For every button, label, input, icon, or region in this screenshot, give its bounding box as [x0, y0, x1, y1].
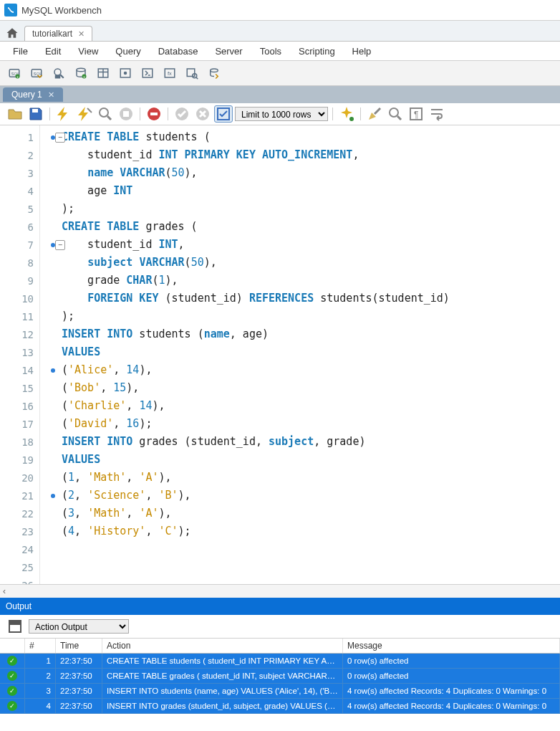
svg-rect-8 [55, 75, 61, 79]
save-icon[interactable] [26, 105, 45, 123]
fold-icon[interactable]: − [55, 240, 65, 250]
commit-icon[interactable] [173, 105, 191, 123]
beautify-icon[interactable] [337, 105, 356, 123]
svg-line-22 [196, 77, 198, 79]
output-row[interactable]: ✓122:37:50CREATE TABLE students ( studen… [0, 654, 560, 669]
reconnect-icon[interactable] [204, 63, 224, 83]
svg-point-9 [77, 68, 85, 72]
execute-icon[interactable] [54, 105, 73, 123]
table-icon[interactable] [93, 63, 113, 83]
search-table-icon[interactable] [182, 63, 202, 83]
editor-scrollbar[interactable]: ‹ [0, 584, 560, 598]
menu-query[interactable]: Query [108, 44, 148, 59]
svg-line-27 [107, 116, 111, 120]
svg-line-25 [87, 108, 92, 113]
menu-edit[interactable]: Edit [38, 44, 68, 59]
app-title: MySQL Workbench [21, 5, 102, 16]
menu-scripting[interactable]: Scripting [291, 44, 342, 59]
output-row[interactable]: ✓222:37:50CREATE TABLE grades ( student_… [0, 669, 560, 684]
svg-rect-31 [150, 113, 158, 115]
rollback-icon[interactable] [193, 105, 212, 123]
menu-tools[interactable]: Tools [253, 44, 289, 59]
home-icon[interactable] [3, 25, 21, 41]
autocommit-icon[interactable] [214, 105, 233, 123]
inspector-icon[interactable] [49, 63, 69, 83]
connection-tab[interactable]: tutorialkart ✕ [24, 26, 92, 41]
svg-text:+: + [16, 75, 19, 79]
close-icon[interactable]: ✕ [78, 29, 85, 39]
line-gutter: 1−234567−8910111213141516171819202122232… [0, 125, 40, 584]
success-icon: ✓ [7, 656, 17, 666]
success-icon: ✓ [7, 701, 17, 711]
menu-database[interactable]: Database [151, 44, 206, 59]
menu-bar: FileEditViewQueryDatabaseServerToolsScri… [0, 42, 560, 61]
connection-tabs: tutorialkart ✕ [0, 21, 560, 42]
output-type-select[interactable]: Action Output [29, 619, 129, 634]
svg-rect-29 [123, 111, 129, 117]
output-header: Output [0, 598, 560, 615]
svg-point-39 [390, 108, 398, 117]
svg-rect-24 [32, 109, 38, 113]
fold-icon[interactable]: − [55, 133, 65, 143]
new-sql-tab-icon[interactable]: SQL+ [4, 63, 24, 83]
output-row[interactable]: ✓422:37:50INSERT INTO grades (student_id… [0, 699, 560, 714]
main-toolbar: SQL+ SQL + fx [0, 61, 560, 86]
open-sql-icon[interactable]: SQL [26, 63, 47, 83]
procedure-icon[interactable] [137, 63, 158, 83]
success-icon: ✓ [7, 671, 17, 681]
output-grid: #TimeActionMessage ✓122:37:50CREATE TABL… [0, 639, 560, 714]
execute-current-icon[interactable] [75, 105, 94, 123]
sql-editor[interactable]: 1−234567−8910111213141516171819202122232… [0, 125, 560, 584]
svg-line-7 [60, 75, 64, 78]
menu-server[interactable]: Server [208, 44, 249, 59]
close-icon[interactable]: ✕ [48, 90, 54, 100]
editor-toolbar: Limit to 1000 rows ¶ [0, 103, 560, 125]
connection-tab-label: tutorialkart [32, 29, 72, 39]
svg-rect-20 [187, 69, 195, 77]
menu-file[interactable]: File [6, 44, 35, 59]
output-controls: Action Output [0, 615, 560, 639]
svg-point-6 [54, 69, 61, 75]
svg-point-37 [349, 117, 354, 121]
brush-icon[interactable] [365, 105, 384, 123]
app-icon [4, 4, 17, 16]
menu-view[interactable]: View [71, 44, 105, 59]
svg-point-26 [100, 108, 108, 117]
output-row[interactable]: ✓322:37:50INSERT INTO students (name, ag… [0, 684, 560, 699]
svg-line-38 [375, 108, 380, 114]
menu-help[interactable]: Help [345, 44, 379, 59]
svg-line-40 [397, 116, 401, 120]
wrap-icon[interactable] [428, 105, 446, 123]
explain-icon[interactable] [96, 105, 115, 123]
svg-text:fx: fx [168, 70, 172, 77]
svg-text:¶: ¶ [414, 110, 418, 120]
query-tab-bar: Query 1 ✕ [0, 86, 560, 103]
schema-add-icon[interactable]: + [71, 63, 91, 83]
query-tab-label: Query 1 [11, 90, 42, 100]
function-icon[interactable]: fx [160, 63, 180, 83]
svg-text:+: + [83, 75, 85, 79]
find-icon[interactable] [386, 105, 405, 123]
svg-point-16 [124, 72, 127, 75]
title-bar: MySQL Workbench [0, 0, 560, 21]
output-panel-icon[interactable] [6, 618, 24, 635]
query-tab[interactable]: Query 1 ✕ [3, 87, 63, 102]
svg-rect-44 [9, 621, 21, 625]
open-file-icon[interactable] [6, 105, 24, 123]
success-icon: ✓ [7, 686, 17, 696]
stop-icon[interactable] [117, 105, 135, 123]
code-content[interactable]: CREATE TABLE students ( student_id INT P… [40, 125, 560, 584]
limit-select[interactable]: Limit to 1000 rows [235, 107, 328, 121]
no-limit-icon[interactable] [145, 105, 163, 123]
view-icon[interactable] [115, 63, 135, 83]
invisibles-icon[interactable]: ¶ [407, 105, 425, 123]
svg-point-23 [211, 69, 218, 72]
